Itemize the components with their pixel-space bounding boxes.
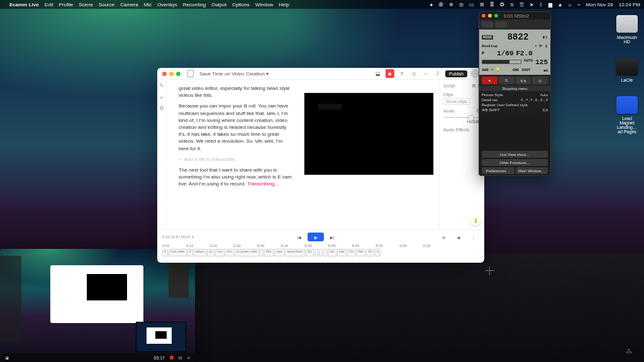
wifi-icon[interactable]: ▲ [558, 2, 563, 8]
clips-section[interactable]: Clips [443, 92, 453, 97]
menu-row[interactable]: Register User Defined style [482, 102, 548, 107]
status-tray-icon[interactable]: ✲ [449, 2, 453, 8]
document-title[interactable]: Save Time on Video Creation ▾ [199, 71, 269, 77]
marker-icon[interactable]: ◉ [453, 233, 464, 241]
settings-icon[interactable]: ⚙ [158, 105, 165, 112]
close-button[interactable] [162, 72, 167, 76]
play-button[interactable]: ▶ [308, 233, 324, 241]
status-tray-icon[interactable]: ◎ [459, 2, 464, 8]
battery-icon[interactable]: ▆ [548, 2, 552, 8]
status-tray-icon[interactable]: S [510, 2, 513, 8]
help-lightbulb-icon[interactable]: 💡 [470, 216, 480, 226]
more-icon[interactable]: ⋯ [421, 69, 430, 78]
preferences-button[interactable]: Preferences… [482, 167, 514, 174]
camera-af-button[interactable]: ⊙ [532, 77, 548, 84]
status-rec-icon[interactable]: ● [430, 2, 433, 8]
iso-value[interactable]: 125 [535, 58, 548, 66]
user-avatar[interactable] [470, 69, 479, 78]
file-pages[interactable]: Lead Magnet Landing…ad Pages [615, 96, 639, 134]
menu-recording[interactable]: Recording [183, 2, 206, 8]
camera-timer-button[interactable]: S [499, 77, 514, 84]
minimize-button[interactable] [488, 14, 492, 18]
search-icon[interactable]: ⌕ [569, 2, 572, 8]
mode-button[interactable] [482, 21, 493, 28]
menu-scene[interactable]: Scene [79, 2, 93, 8]
timeline-view-icon[interactable]: ⊞ [438, 233, 449, 241]
audio-section[interactable]: Audio [443, 109, 455, 113]
menu-camera[interactable]: Camera [120, 2, 138, 8]
status-tray-icon[interactable]: ⦿ [438, 2, 443, 8]
transcript-editor[interactable]: great video editor, especially for talki… [166, 80, 299, 229]
camera-control-window[interactable]: EOS M50m2 MODE8822▮▯ Desktop▾ ⟳ ⤓ P1/60 … [479, 11, 551, 176]
main-window-button[interactable]: Main Window… [516, 167, 548, 174]
filler-word[interactable]: Um, [267, 111, 276, 116]
minimize-button[interactable] [169, 72, 174, 76]
zoom-button[interactable] [494, 14, 498, 18]
bluetooth-icon[interactable]: ᛒ [540, 2, 543, 8]
record-button[interactable]: ■ [386, 69, 394, 78]
volume-macintosh-hd[interactable]: Macintosh HD [615, 15, 639, 44]
edit-icon[interactable]: ✎ [158, 82, 165, 90]
app-menu[interactable]: Ecamm Live [9, 2, 39, 8]
publish-button[interactable]: Publish [445, 70, 467, 77]
status-tray-icon[interactable]: ▭ [469, 2, 474, 8]
menu-row[interactable]: Detail set.4 , ª , ª , 0 , 0 , 0 [482, 97, 548, 102]
menu-edit[interactable]: Edit [45, 2, 53, 8]
layout-toggle-icon[interactable]: ⬓ [374, 69, 382, 78]
timeline-ruler[interactable]: 0:020:120:220:328:098:198:298:398:498:59… [162, 244, 479, 248]
status-tray-icon[interactable]: ☰ [519, 2, 524, 8]
word-clips-track[interactable]: ithas takeittakessomutimto great videWen… [162, 249, 479, 256]
ecamm-stop-button[interactable]: × [187, 356, 190, 360]
more-icon[interactable]: ⋮ [468, 233, 479, 241]
filler-word[interactable]: Uh, [255, 138, 263, 144]
menu-source[interactable]: Source [99, 2, 114, 8]
menubar-date[interactable]: Mon Nov 28 [586, 2, 613, 8]
ecamm-side-panel[interactable] [0, 256, 21, 341]
close-button[interactable] [482, 14, 486, 18]
status-tray-icon[interactable]: ➤ [530, 2, 534, 8]
control-center-icon[interactable]: ⌁ [577, 2, 580, 8]
audio-effects-section[interactable]: Audio Effects [443, 128, 469, 132]
shutter-speed[interactable]: 1/60 [497, 50, 513, 57]
descript-titlebar[interactable]: Save Time on Video Creation ▾ ⬓ ■ T ◇ ⋯ … [157, 68, 484, 80]
text-tool-button[interactable]: T [397, 69, 406, 78]
shapes-icon[interactable]: ◇ [409, 69, 418, 78]
menu-help[interactable]: Help [279, 2, 289, 8]
ecamm-pause-button[interactable]: II [179, 356, 182, 360]
menu-overlays[interactable]: Overlays [157, 2, 177, 8]
volume-slider[interactable] [443, 117, 480, 118]
menu-options[interactable]: Options [232, 2, 250, 8]
script-section[interactable]: Script [443, 84, 455, 89]
status-tray-icon[interactable]: ≣ [490, 2, 494, 8]
ecamm-preview-window[interactable]: 🖥 00:17 II × [0, 249, 195, 362]
volume-lacie[interactable]: LaCie [615, 58, 639, 82]
zoom-button[interactable] [176, 72, 180, 76]
ecamm-source-icon[interactable]: 🖥 [5, 356, 9, 360]
exposure-comp-bar[interactable] [482, 60, 521, 64]
mode-button[interactable] [496, 21, 507, 28]
ecamm-record-button[interactable] [170, 356, 174, 359]
menu-row[interactable]: WB SHIFT0,0 [482, 107, 548, 112]
camera-bracket-button[interactable]: ↯↯ [516, 77, 531, 84]
descript-window[interactable]: Save Time on Video Creation ▾ ⬓ ■ T ◇ ⋯ … [157, 68, 484, 263]
camera-window-titlebar[interactable]: EOS M50m2 [479, 12, 550, 19]
preview-pip[interactable] [136, 322, 186, 352]
next-button[interactable]: ▶| [326, 233, 338, 241]
menu-row[interactable]: Picture StyleAuto [482, 92, 548, 97]
menu-profile[interactable]: Profile [59, 2, 74, 8]
camera-record-button[interactable]: ● [482, 77, 497, 84]
menubar-time[interactable]: 12:24 PM [619, 2, 640, 8]
status-tray-icon[interactable]: ✪ [500, 2, 504, 8]
dock-app-icon[interactable]: 🝆 [626, 348, 635, 357]
aperture-value[interactable]: F2.0 [516, 50, 533, 57]
show-clips-toggle[interactable]: Show clips [443, 98, 469, 105]
share-icon[interactable]: ⤴ [433, 69, 442, 78]
prev-button[interactable]: |◀ [294, 233, 305, 241]
other-functions-button[interactable]: Other Functions… [482, 159, 548, 166]
live-view-button[interactable]: Live View shoot… [482, 151, 548, 158]
add-file-placeholder[interactable]: + Add a file to transcribe… [179, 156, 294, 163]
status-tray-icon[interactable]: ⊞ [480, 2, 484, 8]
menu-window[interactable]: Window [255, 2, 273, 8]
menu-output[interactable]: Output [211, 2, 226, 8]
add-icon[interactable]: ＋ [158, 94, 165, 101]
